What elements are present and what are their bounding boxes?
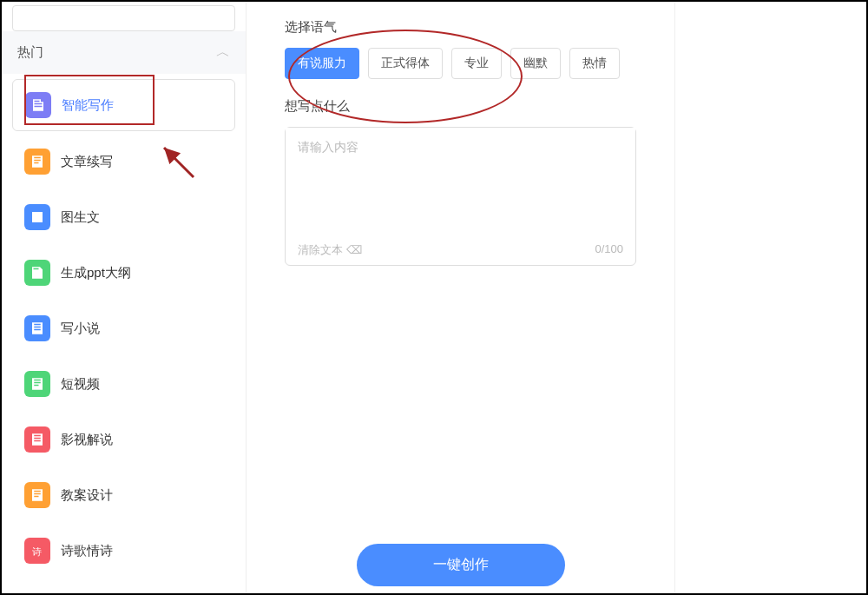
sidebar-top-box [12, 5, 235, 31]
submit-area: 一键创作 [285, 544, 636, 593]
doc-icon [24, 482, 50, 508]
image-icon [24, 204, 50, 230]
menu-item-label: 教案设计 [61, 487, 113, 504]
category-header[interactable]: 热门 ︿ [2, 31, 246, 74]
svg-text:诗: 诗 [32, 546, 42, 557]
prompt-section-label: 想写点什么 [285, 98, 636, 115]
menu-item-label: 智能写作 [62, 97, 114, 114]
tone-persuasive[interactable]: 有说服力 [285, 48, 359, 79]
menu-item-label: 影视解说 [61, 432, 113, 448]
doc-icon [24, 371, 50, 397]
submit-button[interactable]: 一键创作 [357, 544, 565, 586]
doc-icon [24, 260, 50, 286]
menu-list: 智能写作 文章续写 图生文 生成ppt大纲 写小说 [2, 74, 246, 593]
sidebar: 热门 ︿ 智能写作 文章续写 图生文 生成ppt大纲 [2, 2, 247, 593]
menu-item-ppt-outline[interactable]: 生成ppt大纲 [12, 248, 235, 298]
tone-professional[interactable]: 专业 [451, 48, 502, 79]
menu-item-label: 生成ppt大纲 [61, 265, 131, 281]
menu-item-image-to-text[interactable]: 图生文 [12, 192, 235, 242]
menu-item-short-video[interactable]: 短视频 [12, 359, 235, 409]
tone-options: 有说服力 正式得体 专业 幽默 热情 [285, 48, 636, 79]
char-counter: 0/100 [595, 242, 623, 258]
menu-item-label: 短视频 [61, 376, 100, 393]
tone-formal[interactable]: 正式得体 [368, 48, 443, 79]
menu-item-label: 写小说 [61, 321, 100, 337]
right-panel [675, 2, 866, 593]
doc-icon [24, 426, 50, 453]
main-panel: 选择语气 有说服力 正式得体 专业 幽默 热情 想写点什么 清除文本 ⌫ 0/1… [247, 2, 675, 593]
menu-item-poetry[interactable]: 诗 诗歌情诗 [12, 526, 235, 576]
doc-icon [24, 315, 50, 341]
prompt-input[interactable] [286, 128, 635, 241]
doc-icon [24, 149, 50, 175]
menu-item-novel[interactable]: 写小说 [12, 303, 235, 354]
menu-item-label: 诗歌情诗 [61, 543, 113, 559]
tone-section-label: 选择语气 [285, 19, 636, 36]
menu-item-label: 图生文 [61, 209, 100, 226]
menu-item-label: 文章续写 [61, 154, 113, 170]
doc-edit-icon [25, 92, 51, 118]
chevron-up-icon: ︿ [216, 43, 230, 62]
poem-icon: 诗 [24, 538, 50, 564]
menu-item-article-continue[interactable]: 文章续写 [12, 136, 235, 187]
prompt-textarea-wrap: 清除文本 ⌫ 0/100 [285, 127, 636, 266]
textarea-footer: 清除文本 ⌫ 0/100 [298, 242, 623, 258]
category-label: 热门 [17, 44, 43, 61]
clear-text-button[interactable]: 清除文本 ⌫ [298, 242, 362, 258]
tone-enthusiastic[interactable]: 热情 [569, 48, 620, 79]
tone-humorous[interactable]: 幽默 [510, 48, 561, 79]
menu-item-smart-writing[interactable]: 智能写作 [12, 79, 235, 131]
menu-item-lesson-plan[interactable]: 教案设计 [12, 470, 235, 520]
menu-item-film-commentary[interactable]: 影视解说 [12, 414, 235, 465]
